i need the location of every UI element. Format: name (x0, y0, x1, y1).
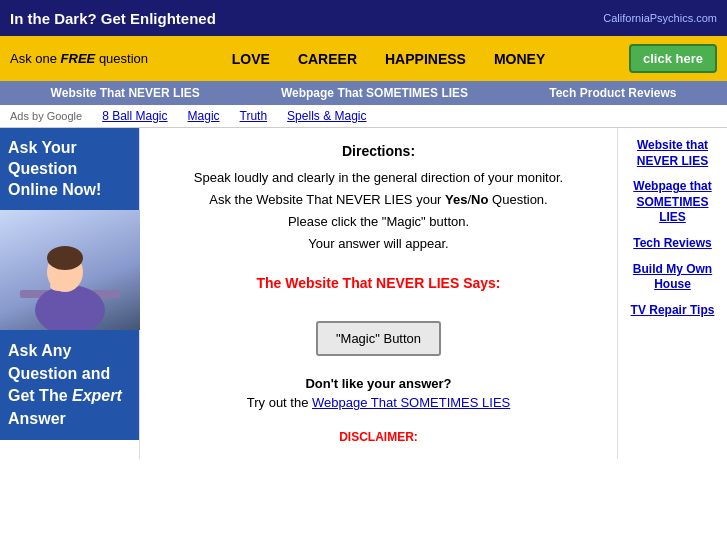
sidebar-top-text: Ask Your Question Online Now! (0, 128, 139, 210)
ads-link-magic[interactable]: Magic (188, 109, 220, 123)
sidebar-image-inner (0, 210, 140, 330)
sometimes-lies-section: Try out the Webpage That SOMETIMES LIES (160, 395, 597, 410)
directions-line-3: Please click the "Magic" button. (288, 214, 469, 229)
directions-line-4: Your answer will appear. (308, 236, 448, 251)
ads-link-8ball[interactable]: 8 Ball Magic (102, 109, 167, 123)
banner-site: CaliforniaPsychics.com (603, 12, 717, 24)
directions-title: Directions: (160, 143, 597, 159)
nav-bar: Ask one FREE question LOVE CAREER HAPPIN… (0, 36, 727, 81)
ads-bar: Ads by Google 8 Ball Magic Magic Truth S… (0, 105, 727, 128)
top-link-tech-reviews[interactable]: Tech Product Reviews (549, 86, 676, 100)
try-out-text: Try out the (247, 395, 312, 410)
person-illustration (10, 220, 130, 330)
directions-line-2: Ask the Website That NEVER LIES your Yes… (209, 192, 547, 207)
banner-title: In the Dark? Get Enlightened (10, 10, 216, 27)
right-link-build-house[interactable]: Build My Own House (624, 262, 721, 293)
nav-free: FREE (61, 51, 96, 66)
sidebar-image (0, 210, 140, 330)
ads-link-truth[interactable]: Truth (240, 109, 268, 123)
directions-line-1: Speak loudly and clearly in the general … (194, 170, 563, 185)
click-here-button[interactable]: click here (629, 44, 717, 73)
sometimes-lies-link[interactable]: Webpage That SOMETIMES LIES (312, 395, 510, 410)
nav-links: LOVE CAREER HAPPINESS MONEY (168, 51, 609, 67)
magic-button-wrap: "Magic" Button (160, 321, 597, 356)
right-link-sometimes-lies[interactable]: Webpage that SOMETIMES LIES (624, 179, 721, 226)
top-link-never-lies[interactable]: Website That NEVER LIES (51, 86, 200, 100)
top-links-bar: Website That NEVER LIES Webpage That SOM… (0, 81, 727, 105)
left-sidebar: Ask Your Question Online Now! (0, 128, 140, 459)
banner-ad: In the Dark? Get Enlightened CaliforniaP… (0, 0, 727, 36)
main-content: Directions: Speak loudly and clearly in … (140, 128, 617, 459)
svg-point-4 (50, 281, 66, 291)
directions-text: Speak loudly and clearly in the general … (160, 167, 597, 255)
top-link-sometimes-lies[interactable]: Webpage That SOMETIMES LIES (281, 86, 468, 100)
right-link-tv-repair[interactable]: TV Repair Tips (624, 303, 721, 319)
dont-like-text: Don't like your answer? (160, 376, 597, 391)
right-link-never-lies[interactable]: Website that NEVER LIES (624, 138, 721, 169)
ads-by-google-label: Ads by Google (10, 110, 82, 122)
magic-button[interactable]: "Magic" Button (316, 321, 441, 356)
ads-link-spells[interactable]: Spells & Magic (287, 109, 366, 123)
never-lies-says: The Website That NEVER LIES Says: (160, 275, 597, 291)
nav-link-love[interactable]: LOVE (232, 51, 270, 67)
right-sidebar: Website that NEVER LIES Webpage that SOM… (617, 128, 727, 459)
nav-link-career[interactable]: CAREER (298, 51, 357, 67)
svg-point-3 (47, 246, 83, 270)
nav-link-money[interactable]: MONEY (494, 51, 545, 67)
right-link-tech-reviews[interactable]: Tech Reviews (624, 236, 721, 252)
sidebar-bottom-text: Ask Any Question and Get The Expert Answ… (0, 330, 139, 440)
nav-ask-label: Ask one FREE question (10, 51, 148, 66)
main-layout: Ask Your Question Online Now! (0, 128, 727, 459)
nav-link-happiness[interactable]: HAPPINESS (385, 51, 466, 67)
disclaimer-text: DISCLAIMER: (160, 430, 597, 444)
